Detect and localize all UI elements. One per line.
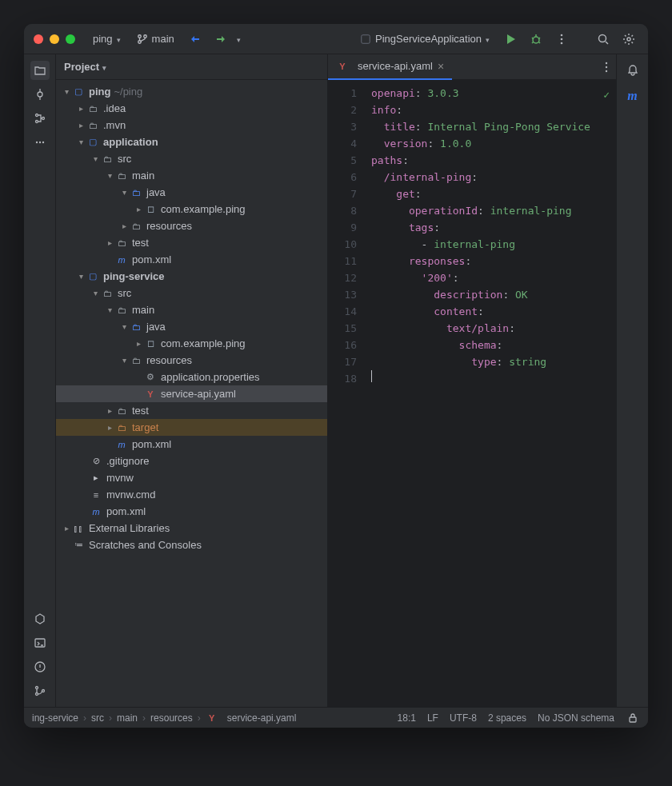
close-window-button[interactable] (34, 34, 43, 44)
project-tool-button[interactable] (30, 61, 50, 80)
line-ending[interactable]: LF (427, 712, 438, 724)
more-actions-button[interactable] (552, 30, 571, 49)
svg-point-13 (42, 118, 44, 120)
tree-item-ping-service[interactable]: ▾▢ping-service (56, 268, 327, 285)
svg-point-22 (606, 62, 607, 63)
svg-point-5 (561, 34, 563, 36)
tree-item-pkg-ping2[interactable]: ▸◻com.example.ping (56, 335, 327, 352)
vcs-tool-button[interactable] (30, 681, 50, 700)
services-tool-button[interactable] (30, 609, 50, 628)
settings-button[interactable] (619, 30, 638, 49)
chevron-down-icon[interactable] (237, 33, 241, 45)
structure-tool-button[interactable] (30, 109, 50, 128)
maven-tool-button[interactable]: m (623, 86, 642, 106)
project-panel-header[interactable]: Project (56, 54, 327, 80)
chevron-down-icon (102, 61, 106, 73)
tree-item-test[interactable]: ▸🗀test (56, 234, 327, 251)
tree-item-src[interactable]: ▾🗀src (56, 150, 327, 167)
svg-point-16 (42, 142, 43, 143)
run-button[interactable] (501, 30, 520, 49)
svg-point-10 (38, 92, 42, 97)
right-tool-rail: m (616, 54, 648, 707)
vcs-update-button[interactable] (186, 30, 205, 49)
tree-item-pkg-ping[interactable]: ▸◻com.example.ping (56, 201, 327, 217)
svg-point-6 (561, 38, 563, 40)
svg-point-7 (561, 42, 563, 44)
tab-label: service-api.yaml (358, 60, 433, 72)
indent-setting[interactable]: 2 spaces (488, 712, 526, 724)
project-name: ping (93, 33, 113, 45)
tree-item-java[interactable]: ▾🗀java (56, 184, 327, 201)
vcs-branch-dropdown[interactable]: main (132, 30, 179, 47)
svg-point-15 (38, 142, 40, 143)
project-tree[interactable]: ▾▢ping~/ping ▸🗀.idea ▸🗀.mvn ▾▢applicatio… (56, 80, 327, 707)
cursor-position[interactable]: 18:1 (398, 712, 416, 724)
tree-item-pom3[interactable]: mpom.xml (56, 503, 327, 520)
tree-item-test2[interactable]: ▸🗀test (56, 402, 327, 419)
chevron-down-icon (486, 33, 490, 45)
yaml-icon: Y (336, 60, 349, 73)
schema-status[interactable]: No JSON schema (538, 712, 614, 724)
tree-item-ext-libs[interactable]: ▸⫿⫿External Libraries (56, 520, 327, 537)
commit-tool-button[interactable] (30, 85, 50, 104)
tree-item-scratches[interactable]: ≔Scratches and Consoles (56, 537, 327, 553)
tree-item-root[interactable]: ▾▢ping~/ping (56, 83, 327, 100)
tree-item-idea[interactable]: ▸🗀.idea (56, 100, 327, 117)
traffic-lights (34, 34, 75, 44)
svg-point-11 (35, 114, 38, 117)
run-config-name: PingServiceApplication (375, 33, 482, 45)
chevron-down-icon (117, 33, 121, 45)
svg-point-23 (606, 66, 607, 67)
svg-point-14 (35, 142, 37, 143)
tree-item-mvnw-cmd[interactable]: ≡mvnw.cmd (56, 486, 327, 503)
svg-point-20 (35, 693, 38, 696)
project-panel: Project ▾▢ping~/ping ▸🗀.idea ▸🗀.mvn ▾▢ap… (56, 54, 328, 707)
problems-tool-button[interactable] (30, 657, 50, 676)
notifications-button[interactable] (623, 61, 642, 80)
lock-button[interactable] (626, 711, 640, 725)
branch-icon (137, 34, 148, 45)
search-button[interactable] (594, 30, 613, 49)
code-content[interactable]: ✓ openapi: 3.0.3 info: title: Internal P… (365, 80, 616, 707)
tree-item-java2[interactable]: ▾🗀java (56, 318, 327, 335)
project-dropdown[interactable]: ping (88, 30, 126, 47)
tree-item-pom2[interactable]: mpom.xml (56, 436, 327, 453)
maximize-window-button[interactable] (66, 34, 75, 44)
svg-point-2 (143, 34, 146, 38)
encoding[interactable]: UTF-8 (450, 712, 477, 724)
run-config-dropdown[interactable]: PingServiceApplication (355, 30, 494, 47)
tree-item-app-props[interactable]: ⚙application.properties (56, 369, 327, 385)
editor-body[interactable]: 123456789101112131415161718 ✓ openapi: 3… (328, 80, 616, 707)
tree-item-resources2[interactable]: ▾🗀resources (56, 352, 327, 369)
terminal-tool-button[interactable] (30, 633, 50, 652)
tree-item-src2[interactable]: ▾🗀src (56, 285, 327, 301)
left-tool-rail (24, 54, 56, 707)
yaml-icon: Y (206, 712, 218, 724)
tree-item-main2[interactable]: ▾🗀main (56, 301, 327, 318)
close-tab-button[interactable]: × (438, 60, 444, 73)
svg-point-9 (627, 38, 630, 41)
more-tools-button[interactable] (30, 133, 50, 152)
tree-item-mvn[interactable]: ▸🗀.mvn (56, 117, 327, 134)
svg-point-8 (599, 34, 606, 42)
tree-item-gitignore[interactable]: ⊘.gitignore (56, 453, 327, 469)
debug-button[interactable] (526, 30, 546, 49)
tree-item-application[interactable]: ▾▢application (56, 134, 327, 150)
tree-item-main[interactable]: ▾🗀main (56, 167, 327, 184)
tree-item-pom[interactable]: mpom.xml (56, 251, 327, 268)
tree-item-target[interactable]: ▸🗀target (56, 419, 327, 436)
minimize-window-button[interactable] (50, 34, 59, 44)
inspection-ok-icon[interactable]: ✓ (603, 86, 610, 103)
app-icon (360, 34, 371, 45)
tab-service-api[interactable]: Y service-api.yaml × (328, 54, 452, 80)
svg-point-0 (138, 34, 141, 38)
titlebar: ping main PingServiceApplication (24, 24, 648, 54)
tab-more-button[interactable] (597, 58, 616, 77)
editor-area: Y service-api.yaml × 1234567891011121314… (328, 54, 616, 707)
breadcrumbs[interactable]: ing-service› src› main› resources› Y ser… (32, 712, 386, 724)
status-bar: ing-service› src› main› resources› Y ser… (24, 707, 648, 728)
vcs-push-button[interactable] (211, 30, 230, 49)
tree-item-resources[interactable]: ▸🗀resources (56, 217, 327, 234)
tree-item-mvnw[interactable]: ▸mvnw (56, 469, 327, 486)
tree-item-service-api[interactable]: Yservice-api.yaml (56, 385, 327, 402)
